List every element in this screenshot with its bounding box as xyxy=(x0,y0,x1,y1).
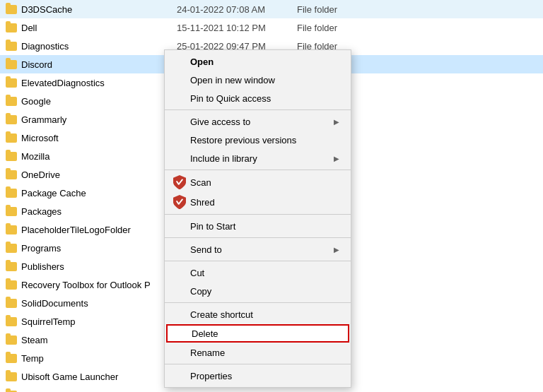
file-name: Grammarly xyxy=(21,114,177,125)
file-name: VirtualStore xyxy=(21,390,177,393)
menu-separator xyxy=(165,302,351,303)
file-name: OneDrive xyxy=(21,170,177,180)
menu-item-restore-versions[interactable]: Restore previous versions xyxy=(165,131,351,149)
file-name: PlaceholderTileLogoFolder xyxy=(21,225,177,235)
folder-icon xyxy=(6,152,17,161)
file-name: Temp xyxy=(21,353,177,364)
folder-icon xyxy=(6,133,17,143)
folder-icon xyxy=(6,78,17,88)
menu-label: Rename xyxy=(190,348,339,358)
folder-icon xyxy=(6,225,17,234)
folder-icon xyxy=(6,372,17,381)
menu-item-rename[interactable]: Rename xyxy=(165,343,351,362)
menu-separator xyxy=(165,364,351,364)
file-type: File folder xyxy=(297,23,382,33)
submenu-arrow-icon: ▶ xyxy=(334,246,339,254)
shield-icon xyxy=(173,176,186,189)
folder-icon xyxy=(6,299,17,308)
file-date: 24-01-2022 07:08 AM xyxy=(177,4,297,15)
folder-icon xyxy=(6,97,17,106)
menu-label: Pin to Start xyxy=(190,221,339,232)
menu-label: Shred xyxy=(190,197,339,208)
menu-item-pin-quick-access[interactable]: Pin to Quick access xyxy=(165,89,351,107)
folder-icon xyxy=(6,115,17,124)
menu-item-open[interactable]: Open xyxy=(165,52,351,71)
folder-icon xyxy=(6,207,17,216)
folder-icon xyxy=(6,170,17,179)
file-name: Diagnostics xyxy=(21,41,177,52)
menu-separator xyxy=(165,261,351,261)
menu-label: Copy xyxy=(190,286,339,297)
file-name: Package Cache xyxy=(21,188,177,198)
file-name: Steam xyxy=(21,335,177,345)
file-name: Programs xyxy=(21,243,177,254)
folder-icon xyxy=(6,354,17,363)
folder-icon xyxy=(6,262,17,271)
menu-item-shred[interactable]: Shred xyxy=(165,192,351,212)
menu-item-give-access[interactable]: Give access to▶ xyxy=(165,112,351,131)
menu-label: Properties xyxy=(190,371,339,381)
folder-icon xyxy=(6,335,17,345)
menu-label: Give access to xyxy=(190,117,334,127)
menu-separator xyxy=(165,214,351,215)
menu-label: Send to xyxy=(190,244,334,255)
file-name: Publishers xyxy=(21,261,177,272)
file-name: Ubisoft Game Launcher xyxy=(21,372,177,382)
menu-label: Create shortcut xyxy=(190,309,339,320)
menu-separator xyxy=(165,109,351,110)
menu-label: Cut xyxy=(190,268,339,278)
menu-label: Include in library xyxy=(190,153,334,164)
file-row[interactable]: Dell15-11-2021 10:12 PMFile folder xyxy=(0,18,543,37)
menu-item-copy[interactable]: Copy xyxy=(165,282,351,300)
folder-icon xyxy=(6,42,17,51)
file-name: Dell xyxy=(21,23,177,33)
menu-label: Scan xyxy=(190,177,339,188)
menu-item-include-library[interactable]: Include in library▶ xyxy=(165,149,351,167)
file-name: Packages xyxy=(21,206,177,217)
file-name: Discord xyxy=(21,59,177,70)
folder-icon xyxy=(6,317,17,326)
file-name: Recovery Toolbox for Outlook P xyxy=(21,280,177,290)
menu-item-cut[interactable]: Cut xyxy=(165,263,351,282)
file-type: File folder xyxy=(297,4,382,15)
menu-label: Pin to Quick access xyxy=(190,93,339,104)
menu-item-scan[interactable]: Scan xyxy=(165,172,351,192)
file-name: Google xyxy=(21,96,177,107)
menu-item-pin-start[interactable]: Pin to Start xyxy=(165,217,351,235)
menu-item-create-shortcut[interactable]: Create shortcut xyxy=(165,305,351,323)
menu-label: Open xyxy=(190,57,339,67)
menu-item-delete[interactable]: Delete xyxy=(166,324,349,343)
folder-icon xyxy=(6,189,17,198)
file-name: SquirrelTemp xyxy=(21,316,177,327)
menu-item-properties[interactable]: Properties xyxy=(165,367,351,385)
submenu-arrow-icon: ▶ xyxy=(334,118,339,126)
shield-icon xyxy=(173,196,186,208)
file-type: older xyxy=(297,390,382,393)
file-name: Mozilla xyxy=(21,151,177,162)
submenu-arrow-icon: ▶ xyxy=(334,155,339,162)
file-name: SolidDocuments xyxy=(21,298,177,309)
folder-icon xyxy=(6,244,17,253)
file-name: ElevatedDiagnostics xyxy=(21,78,177,88)
menu-label: Delete xyxy=(192,328,338,339)
menu-item-send-to[interactable]: Send to▶ xyxy=(165,240,351,259)
menu-label: Open in new window xyxy=(190,75,339,85)
folder-icon xyxy=(6,280,17,290)
menu-label: Restore previous versions xyxy=(190,135,339,145)
file-row[interactable]: D3DSCache24-01-2022 07:08 AMFile folder xyxy=(0,0,543,18)
folder-icon xyxy=(6,60,17,69)
file-name: D3DSCache xyxy=(21,4,177,15)
folder-icon xyxy=(6,5,17,14)
context-menu: OpenOpen in new windowPin to Quick acces… xyxy=(164,49,351,388)
file-date: 15-11-2021 10:12 PM xyxy=(177,23,297,33)
menu-separator xyxy=(165,237,351,238)
file-name: Microsoft xyxy=(21,133,177,143)
menu-separator xyxy=(165,170,351,170)
folder-icon xyxy=(6,23,17,32)
menu-item-open-new-window[interactable]: Open in new window xyxy=(165,71,351,89)
